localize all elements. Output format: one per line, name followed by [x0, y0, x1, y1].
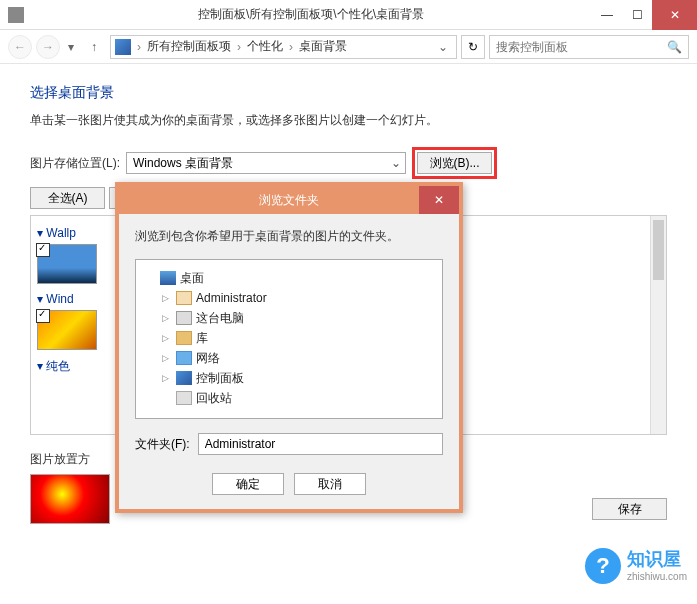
select-all-button[interactable]: 全选(A)	[30, 187, 105, 209]
expand-icon[interactable]: ▷	[162, 313, 172, 323]
up-button[interactable]: ↑	[82, 35, 106, 59]
browse-button[interactable]: 浏览(B)...	[417, 152, 492, 174]
desktop-icon	[160, 271, 176, 285]
watermark-icon: ?	[585, 548, 621, 584]
tree-node[interactable]: 桌面	[140, 268, 438, 288]
wallpaper-thumbnail[interactable]	[37, 310, 97, 350]
placement-preview[interactable]	[30, 474, 110, 524]
page-heading: 选择桌面背景	[30, 84, 667, 102]
dialog-close-button[interactable]: ✕	[419, 186, 459, 214]
minimize-button[interactable]: —	[592, 0, 622, 30]
tree-label: 桌面	[180, 270, 204, 287]
tree-label: 网络	[196, 350, 220, 367]
expand-icon[interactable]: ▷	[162, 293, 172, 303]
address-bar[interactable]: › 所有控制面板项 › 个性化 › 桌面背景 ⌄	[110, 35, 457, 59]
chevron-down-icon: ⌄	[391, 156, 401, 170]
tree-node[interactable]: ▷控制面板	[140, 368, 438, 388]
save-button[interactable]: 保存	[592, 498, 667, 520]
page-subtitle: 单击某一张图片使其成为你的桌面背景，或选择多张图片以创建一个幻灯片。	[30, 112, 667, 129]
chevron-right-icon: ›	[135, 40, 143, 54]
tree-node[interactable]: ▷库	[140, 328, 438, 348]
close-button[interactable]: ✕	[652, 0, 697, 30]
explorer-navbar: ← → ▾ ↑ › 所有控制面板项 › 个性化 › 桌面背景 ⌄ ↻ 🔍	[0, 30, 697, 64]
expand-icon[interactable]: ▷	[162, 333, 172, 343]
scrollbar[interactable]	[650, 216, 666, 434]
expand-icon[interactable]: ▷	[162, 353, 172, 363]
tree-label: 库	[196, 330, 208, 347]
maximize-button[interactable]: ☐	[622, 0, 652, 30]
watermark-text: 知识屋 zhishiwu.com	[627, 549, 687, 583]
dialog-title: 浏览文件夹	[259, 192, 319, 209]
chevron-right-icon: ›	[235, 40, 243, 54]
location-dropdown[interactable]: Windows 桌面背景 ⌄	[126, 152, 406, 174]
tree-node[interactable]: ▷Administrator	[140, 288, 438, 308]
folder-tree[interactable]: 桌面▷Administrator▷这台电脑▷库▷网络▷控制面板回收站	[135, 259, 443, 419]
back-button[interactable]: ←	[8, 35, 32, 59]
user-icon	[176, 291, 192, 305]
location-label: 图片存储位置(L):	[30, 155, 120, 172]
bin-icon	[176, 391, 192, 405]
history-dropdown-icon[interactable]: ▾	[64, 35, 78, 59]
tree-node[interactable]: 回收站	[140, 388, 438, 408]
control-panel-icon	[115, 39, 131, 55]
cp-icon	[176, 371, 192, 385]
scrollbar-thumb[interactable]	[653, 220, 664, 280]
browse-highlight: 浏览(B)...	[412, 147, 497, 179]
checkbox-icon[interactable]	[36, 243, 50, 257]
location-row: 图片存储位置(L): Windows 桌面背景 ⌄ 浏览(B)...	[30, 147, 667, 179]
dialog-titlebar: 浏览文件夹 ✕	[119, 186, 459, 214]
location-value: Windows 桌面背景	[133, 155, 391, 172]
tree-node[interactable]: ▷这台电脑	[140, 308, 438, 328]
tree-label: Administrator	[196, 291, 267, 305]
tree-label: 回收站	[196, 390, 232, 407]
browse-folder-dialog: 浏览文件夹 ✕ 浏览到包含你希望用于桌面背景的图片的文件夹。 桌面▷Admini…	[115, 182, 463, 513]
ok-button[interactable]: 确定	[212, 473, 284, 495]
window-icon	[8, 7, 24, 23]
search-icon[interactable]: 🔍	[667, 40, 682, 54]
window-titlebar: 控制面板\所有控制面板项\个性化\桌面背景 — ☐ ✕	[0, 0, 697, 30]
chevron-right-icon: ›	[287, 40, 295, 54]
net-icon	[176, 351, 192, 365]
dialog-button-row: 确定 取消	[135, 473, 443, 495]
tree-label: 这台电脑	[196, 310, 244, 327]
search-input[interactable]	[496, 40, 667, 54]
forward-button[interactable]: →	[36, 35, 60, 59]
address-dropdown-icon[interactable]: ⌄	[434, 40, 452, 54]
window-controls: — ☐ ✕	[592, 0, 697, 30]
tree-node[interactable]: ▷网络	[140, 348, 438, 368]
expand-icon[interactable]: ▷	[162, 373, 172, 383]
folder-input[interactable]	[198, 433, 443, 455]
checkbox-icon[interactable]	[36, 309, 50, 323]
breadcrumb-item[interactable]: 所有控制面板项	[147, 38, 231, 55]
watermark: ? 知识屋 zhishiwu.com	[585, 548, 687, 584]
breadcrumb-item[interactable]: 个性化	[247, 38, 283, 55]
pc-icon	[176, 311, 192, 325]
search-box[interactable]: 🔍	[489, 35, 689, 59]
dialog-message: 浏览到包含你希望用于桌面背景的图片的文件夹。	[135, 228, 443, 245]
folder-label: 文件夹(F):	[135, 436, 190, 453]
tree-label: 控制面板	[196, 370, 244, 387]
lib-icon	[176, 331, 192, 345]
dialog-body: 浏览到包含你希望用于桌面背景的图片的文件夹。 桌面▷Administrator▷…	[119, 214, 459, 509]
folder-field-row: 文件夹(F):	[135, 433, 443, 455]
cancel-button[interactable]: 取消	[294, 473, 366, 495]
breadcrumb-item[interactable]: 桌面背景	[299, 38, 347, 55]
refresh-button[interactable]: ↻	[461, 35, 485, 59]
wallpaper-thumbnail[interactable]	[37, 244, 97, 284]
window-title: 控制面板\所有控制面板项\个性化\桌面背景	[30, 6, 592, 23]
